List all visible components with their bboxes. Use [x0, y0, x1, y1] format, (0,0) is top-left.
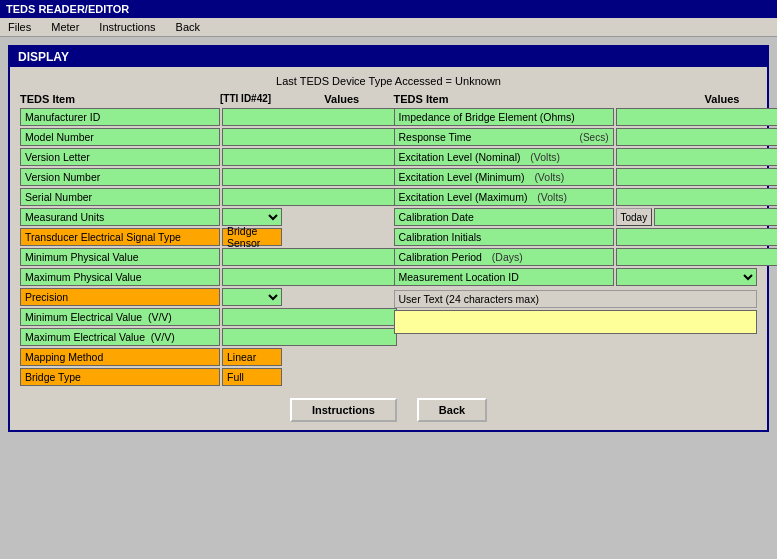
label-impedance: Impedance of Bridge Element (Ohms) — [394, 108, 614, 126]
input-impedance[interactable] — [616, 108, 778, 126]
label-version-letter: Version Letter — [20, 148, 220, 166]
row-excitation-nominal: Excitation Level (Nominal) (Volts) — [394, 148, 758, 166]
input-excitation-min[interactable] — [616, 168, 778, 186]
row-excitation-max: Excitation Level (Maximum) (Volts) — [394, 188, 758, 206]
label-response-time: Response Time(Secs) — [394, 128, 614, 146]
value-transducer-electrical: Bridge Sensor — [222, 228, 282, 246]
left-column: TEDS Item [TTI ID#42] Values Manufacture… — [20, 93, 384, 388]
input-response-time[interactable] — [616, 128, 778, 146]
input-excitation-max[interactable] — [616, 188, 778, 206]
left-header-values: Values — [300, 93, 384, 105]
content-area: Last TEDS Device Type Accessed = Unknown… — [10, 67, 767, 430]
value-mapping-method: Linear — [222, 348, 282, 366]
select-measurand-units[interactable] — [222, 208, 282, 226]
row-transducer-electrical: Transducer Electrical Signal Type Bridge… — [20, 228, 384, 246]
input-min-electrical[interactable] — [222, 308, 397, 326]
instructions-button[interactable]: Instructions — [290, 398, 397, 422]
row-measurand-units: Measurand Units — [20, 208, 384, 226]
label-max-physical: Maximum Physical Value — [20, 268, 220, 286]
label-measurement-location: Measurement Location ID — [394, 268, 614, 286]
input-calibration-date[interactable] — [654, 208, 777, 226]
row-version-number: Version Number — [20, 168, 384, 186]
user-text-section: User Text (24 characters max) — [394, 290, 758, 334]
label-min-physical: Minimum Physical Value — [20, 248, 220, 266]
title-text: TEDS READER/EDITOR — [6, 3, 129, 15]
row-impedance: Impedance of Bridge Element (Ohms) — [394, 108, 758, 126]
title-bar: TEDS READER/EDITOR — [0, 0, 777, 18]
user-text-input[interactable] — [394, 310, 758, 334]
input-calibration-period[interactable] — [616, 248, 778, 266]
menu-back[interactable]: Back — [172, 20, 204, 34]
bottom-buttons: Instructions Back — [20, 398, 757, 422]
input-calibration-initials[interactable] — [616, 228, 778, 246]
row-bridge-type: Bridge Type Full — [20, 368, 384, 386]
display-header: DISPLAY — [10, 47, 767, 67]
input-min-physical[interactable] — [222, 248, 397, 266]
input-max-physical[interactable] — [222, 268, 397, 286]
row-precision: Precision — [20, 288, 384, 306]
label-measurand-units: Measurand Units — [20, 208, 220, 226]
last-teds-label: Last TEDS Device Type Accessed = Unknown — [20, 75, 757, 87]
label-calibration-period: Calibration Period (Days) — [394, 248, 614, 266]
right-header-item: TEDS Item — [394, 93, 688, 105]
main-window: DISPLAY Last TEDS Device Type Accessed =… — [8, 45, 769, 432]
label-serial-number: Serial Number — [20, 188, 220, 206]
select-precision[interactable] — [222, 288, 282, 306]
row-serial-number: Serial Number — [20, 188, 384, 206]
right-column: TEDS Item Values Impedance of Bridge Ele… — [394, 93, 758, 388]
row-model-number: Model Number — [20, 128, 384, 146]
label-min-electrical: Minimum Electrical Value (V/V) — [20, 308, 220, 326]
left-header-tti: [TTI ID#42] — [220, 93, 300, 105]
row-manufacturer-id: Manufacturer ID — [20, 108, 384, 126]
row-mapping-method: Mapping Method Linear — [20, 348, 384, 366]
row-excitation-min: Excitation Level (Minimum) (Volts) — [394, 168, 758, 186]
row-max-electrical: Maximum Electrical Value (V/V) — [20, 328, 384, 346]
menu-instructions[interactable]: Instructions — [95, 20, 159, 34]
right-header-values: Values — [687, 93, 757, 105]
input-serial-number[interactable] — [222, 188, 397, 206]
menu-bar: Files Meter Instructions Back — [0, 18, 777, 37]
label-excitation-min: Excitation Level (Minimum) (Volts) — [394, 168, 614, 186]
today-button[interactable]: Today — [616, 208, 653, 226]
row-version-letter: Version Letter — [20, 148, 384, 166]
label-mapping-method: Mapping Method — [20, 348, 220, 366]
row-calibration-period: Calibration Period (Days) — [394, 248, 758, 266]
label-excitation-nominal: Excitation Level (Nominal) (Volts) — [394, 148, 614, 166]
row-calibration-initials: Calibration Initials — [394, 228, 758, 246]
right-col-headers: TEDS Item Values — [394, 93, 758, 105]
row-response-time: Response Time(Secs) — [394, 128, 758, 146]
columns-container: TEDS Item [TTI ID#42] Values Manufacture… — [20, 93, 757, 388]
label-calibration-initials: Calibration Initials — [394, 228, 614, 246]
label-bridge-type: Bridge Type — [20, 368, 220, 386]
label-calibration-date: Calibration Date — [394, 208, 614, 226]
row-min-physical: Minimum Physical Value — [20, 248, 384, 266]
row-calibration-date: Calibration Date Today — [394, 208, 758, 226]
input-excitation-nominal[interactable] — [616, 148, 778, 166]
row-max-physical: Maximum Physical Value — [20, 268, 384, 286]
label-transducer-electrical: Transducer Electrical Signal Type — [20, 228, 220, 246]
user-text-label: User Text (24 characters max) — [394, 290, 758, 308]
value-bridge-type: Full — [222, 368, 282, 386]
input-model-number[interactable] — [222, 128, 397, 146]
select-measurement-location[interactable] — [616, 268, 758, 286]
input-version-number[interactable] — [222, 168, 397, 186]
left-col-headers: TEDS Item [TTI ID#42] Values — [20, 93, 384, 105]
left-header-item: TEDS Item — [20, 93, 220, 105]
input-max-electrical[interactable] — [222, 328, 397, 346]
back-button[interactable]: Back — [417, 398, 487, 422]
label-precision: Precision — [20, 288, 220, 306]
menu-meter[interactable]: Meter — [47, 20, 83, 34]
row-min-electrical: Minimum Electrical Value (V/V) — [20, 308, 384, 326]
menu-files[interactable]: Files — [4, 20, 35, 34]
row-measurement-location: Measurement Location ID — [394, 268, 758, 286]
label-excitation-max: Excitation Level (Maximum) (Volts) — [394, 188, 614, 206]
input-version-letter[interactable] — [222, 148, 397, 166]
label-model-number: Model Number — [20, 128, 220, 146]
label-manufacturer-id: Manufacturer ID — [20, 108, 220, 126]
label-max-electrical: Maximum Electrical Value (V/V) — [20, 328, 220, 346]
label-version-number: Version Number — [20, 168, 220, 186]
input-manufacturer-id[interactable] — [222, 108, 397, 126]
